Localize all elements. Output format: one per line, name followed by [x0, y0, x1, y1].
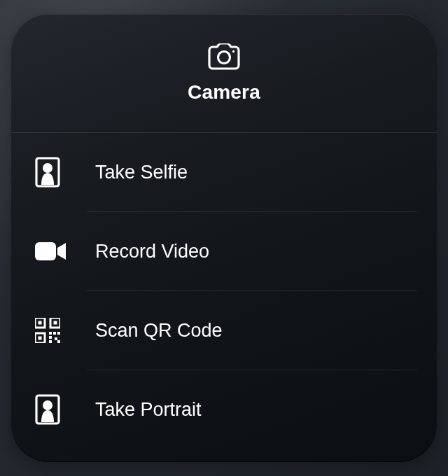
svg-rect-15 [55, 337, 57, 340]
svg-point-0 [218, 51, 230, 63]
record-video-action[interactable]: Record Video [31, 212, 417, 290]
panel-title: Camera [188, 81, 260, 104]
selfie-icon [35, 157, 74, 188]
action-label: Record Video [95, 241, 209, 262]
video-icon [35, 241, 74, 262]
camera-quick-actions-panel: Camera Take Selfie Record Video [11, 14, 437, 462]
scan-qr-action[interactable]: Scan QR Code [31, 291, 417, 370]
svg-rect-16 [49, 340, 52, 343]
portrait-icon [35, 394, 74, 425]
action-label: Take Selfie [95, 162, 188, 183]
action-label: Take Portrait [95, 399, 202, 421]
actions-list: Take Selfie Record Video [11, 133, 437, 462]
svg-rect-17 [57, 340, 60, 343]
svg-point-1 [232, 50, 234, 52]
svg-rect-4 [35, 242, 56, 260]
svg-point-19 [43, 400, 52, 410]
svg-rect-11 [49, 332, 52, 335]
svg-rect-8 [54, 321, 57, 325]
take-portrait-action[interactable]: Take Portrait [31, 370, 417, 449]
qr-icon [35, 318, 74, 343]
camera-icon [205, 43, 243, 71]
svg-point-3 [43, 163, 52, 173]
svg-rect-14 [49, 336, 52, 339]
svg-rect-13 [57, 332, 60, 335]
svg-rect-6 [38, 321, 42, 325]
svg-rect-10 [38, 337, 42, 340]
panel-header: Camera [11, 14, 437, 133]
action-label: Scan QR Code [95, 320, 223, 342]
take-selfie-action[interactable]: Take Selfie [31, 133, 417, 211]
svg-rect-12 [53, 332, 56, 335]
